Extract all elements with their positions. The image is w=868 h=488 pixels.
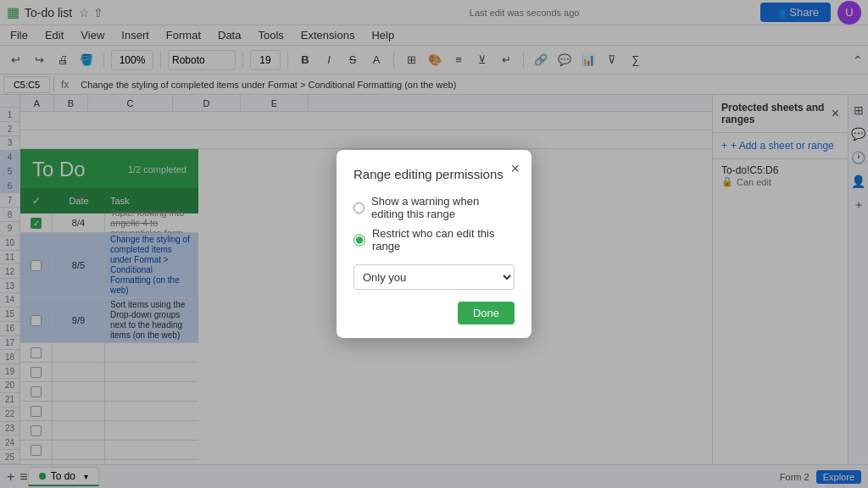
dialog-close-button[interactable]: ×: [510, 160, 520, 178]
radio-warn-input[interactable]: [353, 202, 364, 214]
radio-restrict-input[interactable]: [353, 234, 365, 247]
radio-restrict-label: Restrict who can edit this range: [372, 227, 515, 252]
radio-warn-option[interactable]: Show a warning when editing this range: [353, 195, 515, 220]
select-wrap: Only you Custom: [353, 264, 515, 290]
radio-warn-label: Show a warning when editing this range: [371, 195, 515, 220]
range-permissions-dialog: Range editing permissions × Show a warni…: [337, 150, 531, 338]
done-button[interactable]: Done: [458, 302, 515, 324]
permission-select[interactable]: Only you Custom: [353, 264, 515, 290]
overlay: Range editing permissions × Show a warni…: [0, 0, 868, 488]
radio-restrict-option[interactable]: Restrict who can edit this range: [353, 227, 515, 252]
dialog-title: Range editing permissions: [353, 167, 515, 181]
radio-group: Show a warning when editing this range R…: [353, 195, 515, 252]
dialog-actions: Done: [353, 302, 515, 324]
